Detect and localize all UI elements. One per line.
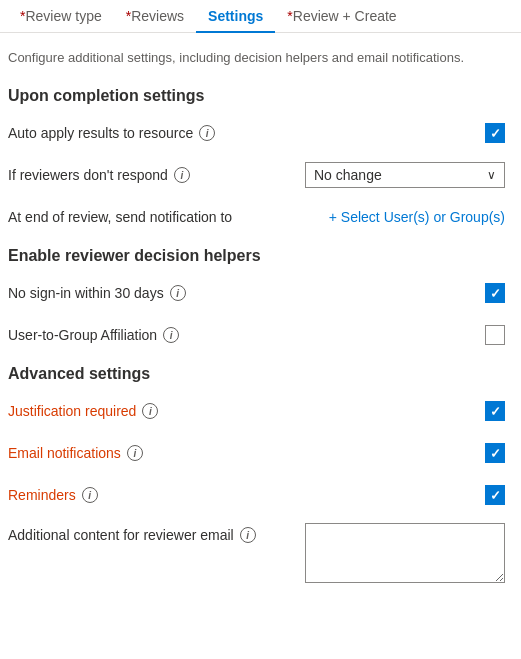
- page-description: Configure additional settings, including…: [8, 49, 505, 67]
- end-notify-row: At end of review, send notification to +…: [8, 203, 505, 231]
- auto-apply-checkbox[interactable]: [485, 123, 505, 143]
- additional-content-label: Additional content for reviewer email i: [8, 527, 256, 543]
- main-content: Configure additional settings, including…: [0, 33, 521, 615]
- no-signin-row: No sign-in within 30 days i: [8, 279, 505, 307]
- reminders-control: [485, 485, 505, 505]
- group-affiliation-control: [485, 325, 505, 345]
- no-signin-label: No sign-in within 30 days i: [8, 285, 186, 301]
- additional-content-control: [305, 523, 505, 583]
- tab-label-settings: Settings: [208, 8, 263, 24]
- helpers-section: Enable reviewer decision helpers No sign…: [8, 247, 505, 349]
- additional-content-text: Additional content for reviewer email: [8, 527, 234, 543]
- end-notify-text: At end of review, send notification to: [8, 209, 232, 225]
- group-affiliation-info-icon[interactable]: i: [163, 327, 179, 343]
- email-notifications-checkbox[interactable]: [485, 443, 505, 463]
- reminders-text: Reminders: [8, 487, 76, 503]
- justification-checkbox[interactable]: [485, 401, 505, 421]
- group-affiliation-text: User-to-Group Affiliation: [8, 327, 157, 343]
- auto-apply-text: Auto apply results to resource: [8, 125, 193, 141]
- justification-control: [485, 401, 505, 421]
- tab-settings[interactable]: Settings: [196, 0, 275, 32]
- completion-section: Upon completion settings Auto apply resu…: [8, 87, 505, 231]
- completion-heading: Upon completion settings: [8, 87, 505, 105]
- tab-label-review-create: Review + Create: [293, 8, 397, 24]
- justification-row: Justification required i: [8, 397, 505, 425]
- group-affiliation-label: User-to-Group Affiliation i: [8, 327, 179, 343]
- end-notify-label: At end of review, send notification to: [8, 209, 232, 225]
- email-notifications-label: Email notifications i: [8, 445, 143, 461]
- no-signin-info-icon[interactable]: i: [170, 285, 186, 301]
- tab-bar: *Review type *Reviews Settings *Review +…: [0, 0, 521, 33]
- email-notifications-row: Email notifications i: [8, 439, 505, 467]
- additional-content-textarea[interactable]: [305, 523, 505, 583]
- reminders-row: Reminders i: [8, 481, 505, 509]
- advanced-heading: Advanced settings: [8, 365, 505, 383]
- additional-content-info-icon[interactable]: i: [240, 527, 256, 543]
- no-signin-checkbox[interactable]: [485, 283, 505, 303]
- auto-apply-info-icon[interactable]: i: [199, 125, 215, 141]
- dropdown-arrow-icon: ∨: [487, 168, 496, 182]
- no-respond-row: If reviewers don't respond i No change ∨: [8, 161, 505, 189]
- no-respond-dropdown[interactable]: No change ∨: [305, 162, 505, 188]
- no-respond-dropdown-value: No change: [314, 167, 382, 183]
- justification-label: Justification required i: [8, 403, 158, 419]
- no-respond-text: If reviewers don't respond: [8, 167, 168, 183]
- tab-review-create[interactable]: *Review + Create: [275, 0, 408, 32]
- no-signin-control: [485, 283, 505, 303]
- auto-apply-row: Auto apply results to resource i: [8, 119, 505, 147]
- helpers-heading: Enable reviewer decision helpers: [8, 247, 505, 265]
- no-signin-text: No sign-in within 30 days: [8, 285, 164, 301]
- select-users-link[interactable]: + Select User(s) or Group(s): [329, 209, 505, 225]
- auto-apply-control: [485, 123, 505, 143]
- end-notify-control: + Select User(s) or Group(s): [329, 209, 505, 225]
- additional-content-row: Additional content for reviewer email i: [8, 523, 505, 583]
- no-respond-label: If reviewers don't respond i: [8, 167, 190, 183]
- justification-info-icon[interactable]: i: [142, 403, 158, 419]
- reminders-label: Reminders i: [8, 487, 98, 503]
- reminders-info-icon[interactable]: i: [82, 487, 98, 503]
- tab-reviews[interactable]: *Reviews: [114, 0, 196, 32]
- email-notifications-control: [485, 443, 505, 463]
- advanced-section: Advanced settings Justification required…: [8, 365, 505, 583]
- no-respond-control: No change ∨: [305, 162, 505, 188]
- email-notifications-text: Email notifications: [8, 445, 121, 461]
- justification-text: Justification required: [8, 403, 136, 419]
- group-affiliation-row: User-to-Group Affiliation i: [8, 321, 505, 349]
- tab-label-review-type: Review type: [25, 8, 101, 24]
- tab-label-reviews: Reviews: [131, 8, 184, 24]
- tab-review-type[interactable]: *Review type: [8, 0, 114, 32]
- reminders-checkbox[interactable]: [485, 485, 505, 505]
- auto-apply-label: Auto apply results to resource i: [8, 125, 215, 141]
- email-notifications-info-icon[interactable]: i: [127, 445, 143, 461]
- group-affiliation-checkbox[interactable]: [485, 325, 505, 345]
- no-respond-info-icon[interactable]: i: [174, 167, 190, 183]
